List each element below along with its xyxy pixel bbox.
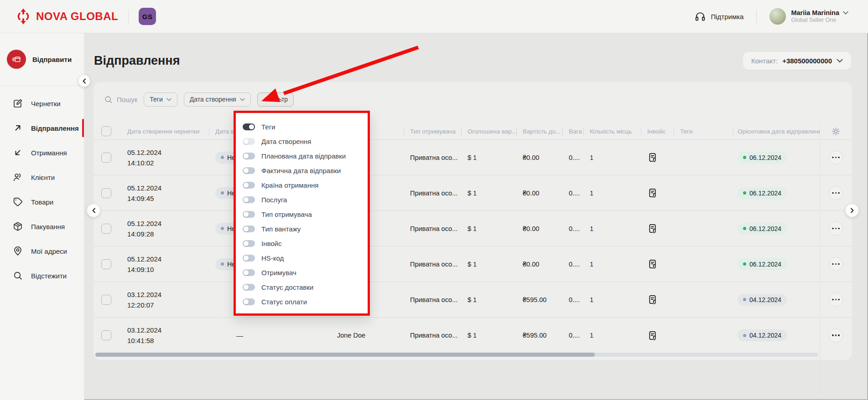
toggle-switch[interactable]: [243, 138, 255, 145]
row-checkbox[interactable]: [101, 295, 111, 305]
sidebar-item-tovary[interactable]: Товари: [0, 190, 84, 214]
user-menu[interactable]: Mariia Marinina Global Seller One: [769, 8, 848, 25]
brand-logo[interactable]: NOVA GLOBAL: [16, 8, 118, 25]
table-settings-button[interactable]: [820, 123, 852, 139]
sidebar-item-moi-adresy[interactable]: Мої адреси: [0, 239, 84, 263]
sidebar-item-vidstezhyty[interactable]: Відстежити: [0, 263, 84, 288]
contact-selector[interactable]: Контакт: +380500000000: [743, 52, 851, 70]
toggle-switch[interactable]: [243, 284, 255, 291]
weight-value: 0....: [569, 261, 580, 268]
filter-option-row[interactable]: Отримувач: [243, 265, 368, 280]
col-estimated-date: Орієнтовна дата відправлення: [733, 123, 820, 139]
row-actions-button[interactable]: [829, 150, 843, 164]
filter-option-row[interactable]: Теги: [243, 119, 368, 134]
sidebar-item-chernetky[interactable]: Чернетки: [0, 91, 84, 116]
page-title: Відправлення: [94, 54, 180, 68]
toggle-switch[interactable]: [243, 182, 255, 189]
row-actions-button[interactable]: [829, 257, 843, 271]
recipient-type: Приватна осо...: [410, 332, 457, 339]
status-dot: [743, 298, 746, 301]
toggle-switch[interactable]: [243, 123, 255, 130]
row-checkbox[interactable]: [101, 188, 111, 198]
toggle-switch[interactable]: [243, 240, 255, 247]
filter-option-row[interactable]: Країна отримання: [243, 178, 368, 192]
toggle-switch[interactable]: [243, 255, 255, 262]
filter-option-row[interactable]: Статус доставки: [243, 280, 368, 294]
sidebar-collapse-button[interactable]: [78, 75, 90, 87]
status-dot: [221, 262, 224, 266]
clients-icon: [12, 172, 23, 183]
row-checkbox[interactable]: [101, 224, 111, 234]
toggle-switch[interactable]: [243, 167, 255, 174]
filter-option-row[interactable]: Тип вантажу: [243, 221, 368, 236]
row-checkbox[interactable]: [101, 153, 111, 163]
draft-created-date: 05.12.2024: [127, 218, 161, 229]
toggle-switch[interactable]: [243, 226, 255, 232]
sidebar: Відправити Чернетки Відправлення Отриман…: [0, 33, 84, 400]
col-tags: Теги: [674, 123, 733, 139]
sidebar-item-otrymannya[interactable]: Отримання: [0, 140, 84, 165]
row-actions-button[interactable]: [829, 221, 843, 236]
table-scroll-right-button[interactable]: [845, 204, 859, 217]
sidebar-item-pakuvannya[interactable]: Пакування: [0, 214, 84, 239]
filter-option-row[interactable]: Планована дата відправки: [243, 149, 368, 163]
sidebar-item-kliienty[interactable]: Клієнти: [0, 165, 84, 190]
toggle-switch[interactable]: [243, 196, 255, 203]
filter-option-row[interactable]: Дата створення: [243, 134, 368, 149]
horizontal-scrollbar[interactable]: [95, 353, 818, 357]
invoice-icon[interactable]: [647, 152, 658, 163]
header-divider-2: [756, 10, 757, 23]
row-actions-button[interactable]: [829, 328, 843, 343]
table-scroll-left-button[interactable]: [87, 204, 100, 217]
filter-option-row[interactable]: Фактична дата відправки: [243, 163, 368, 178]
col-declared-value: Оголошена вар...: [461, 123, 516, 139]
status-dot: [221, 156, 224, 159]
table-row: 05.12.202414:09:45 Не Приватна осо... $ …: [94, 175, 852, 211]
sidebar-item-vidpravlennya[interactable]: Відправлення: [0, 116, 84, 140]
toggle-switch[interactable]: [243, 269, 255, 276]
invoice-icon[interactable]: [647, 294, 658, 305]
ship-date-empty: —: [236, 332, 243, 339]
invoice-icon[interactable]: [647, 223, 658, 234]
support-button[interactable]: Підтримка: [694, 10, 743, 22]
row-actions-button[interactable]: [829, 292, 843, 307]
invoice-icon[interactable]: [647, 330, 658, 341]
tags-filter-chip[interactable]: Теги: [144, 92, 177, 107]
box-icon: [12, 221, 23, 232]
toggle-switch[interactable]: [243, 211, 255, 218]
weight-value: 0....: [569, 332, 580, 339]
declared-value: $ 1: [468, 296, 477, 303]
delivery-cost: ₴0.00: [523, 225, 539, 232]
status-dot: [743, 334, 746, 337]
select-all-checkbox[interactable]: [101, 126, 111, 136]
horizontal-scrollbar-thumb[interactable]: [95, 353, 595, 357]
invoice-icon[interactable]: [647, 188, 658, 198]
search-placeholder: Пошук: [117, 96, 137, 103]
row-checkbox[interactable]: [101, 259, 111, 269]
row-actions-button[interactable]: [829, 186, 843, 200]
avatar: [769, 8, 786, 25]
send-button[interactable]: Відправити: [0, 33, 84, 86]
status-dot: [743, 156, 746, 159]
search-input[interactable]: Пошук: [104, 95, 137, 104]
row-checkbox[interactable]: [101, 330, 111, 340]
filter-option-row[interactable]: Послуга: [243, 192, 368, 207]
declared-value: $ 1: [468, 225, 477, 232]
col-recipient-type: Тип отримувача: [404, 123, 461, 139]
filter-option-row[interactable]: Інвойс: [243, 236, 368, 251]
draft-created-time: 10:41:58: [127, 335, 161, 346]
filter-options-panel: Теги Дата створення Планована дата відпр…: [234, 111, 370, 316]
draft-icon: [12, 98, 23, 109]
gear-icon: [831, 126, 841, 137]
filter-option-row[interactable]: Тип отримувача: [243, 207, 368, 221]
filter-option-row[interactable]: Статус оплати: [243, 294, 368, 309]
add-filter-button[interactable]: + Фільтр: [257, 92, 294, 107]
workspace-badge[interactable]: GS: [139, 8, 156, 25]
status-dot: [743, 191, 746, 195]
toggle-switch[interactable]: [243, 153, 255, 159]
filter-option-row[interactable]: HS-код: [243, 251, 368, 265]
invoice-icon[interactable]: [647, 259, 658, 269]
creation-date-filter-chip[interactable]: Дата створення: [184, 92, 251, 107]
toggle-switch[interactable]: [243, 298, 255, 305]
send-button-label: Відправити: [32, 56, 72, 63]
